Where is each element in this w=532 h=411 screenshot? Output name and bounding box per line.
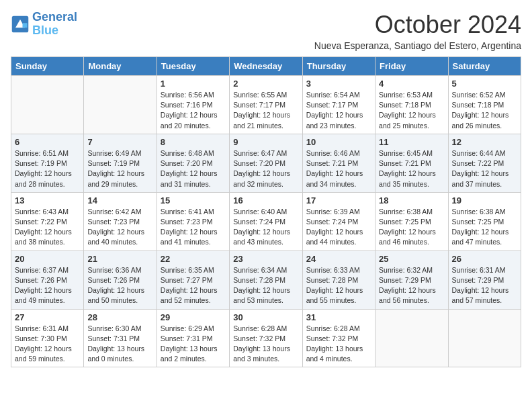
calendar-cell: 22Sunrise: 6:35 AM Sunset: 7:27 PM Dayli… [157, 250, 229, 309]
day-info: Sunrise: 6:56 AM Sunset: 7:16 PM Dayligh… [161, 90, 226, 131]
calendar-cell [448, 309, 521, 367]
day-header-sunday: Sunday [11, 57, 84, 76]
logo-icon [11, 15, 30, 34]
day-header-wednesday: Wednesday [230, 57, 302, 76]
calendar-cell: 26Sunrise: 6:31 AM Sunset: 7:29 PM Dayli… [448, 250, 521, 309]
day-info: Sunrise: 6:44 AM Sunset: 7:22 PM Dayligh… [452, 148, 517, 189]
day-number: 19 [452, 195, 517, 205]
day-number: 24 [306, 254, 371, 264]
svg-rect-2 [23, 23, 28, 28]
day-info: Sunrise: 6:31 AM Sunset: 7:30 PM Dayligh… [15, 324, 80, 365]
calendar-cell: 5Sunrise: 6:52 AM Sunset: 7:18 PM Daylig… [448, 76, 521, 134]
day-info: Sunrise: 6:54 AM Sunset: 7:17 PM Dayligh… [306, 90, 371, 131]
calendar-week-row: 1Sunrise: 6:56 AM Sunset: 7:16 PM Daylig… [11, 76, 521, 134]
day-header-saturday: Saturday [448, 57, 521, 76]
logo-text: General Blue [32, 11, 77, 38]
day-info: Sunrise: 6:41 AM Sunset: 7:23 PM Dayligh… [161, 207, 226, 248]
day-number: 31 [306, 312, 371, 322]
day-number: 10 [306, 137, 371, 147]
day-number: 12 [452, 137, 517, 147]
day-info: Sunrise: 6:28 AM Sunset: 7:32 PM Dayligh… [233, 324, 298, 365]
calendar-cell: 18Sunrise: 6:38 AM Sunset: 7:25 PM Dayli… [375, 192, 448, 250]
page-header: General Blue October 2024 Nueva Esperanz… [11, 11, 521, 51]
calendar-week-row: 13Sunrise: 6:43 AM Sunset: 7:22 PM Dayli… [11, 192, 521, 250]
calendar-week-row: 27Sunrise: 6:31 AM Sunset: 7:30 PM Dayli… [11, 309, 521, 367]
calendar-cell: 8Sunrise: 6:48 AM Sunset: 7:20 PM Daylig… [157, 134, 229, 192]
day-info: Sunrise: 6:40 AM Sunset: 7:24 PM Dayligh… [233, 207, 298, 248]
day-number: 14 [87, 195, 152, 205]
day-info: Sunrise: 6:53 AM Sunset: 7:18 PM Dayligh… [379, 90, 444, 131]
day-header-monday: Monday [84, 57, 157, 76]
day-info: Sunrise: 6:51 AM Sunset: 7:19 PM Dayligh… [15, 148, 80, 189]
day-info: Sunrise: 6:46 AM Sunset: 7:21 PM Dayligh… [306, 148, 371, 189]
day-number: 17 [306, 195, 371, 205]
calendar-cell: 21Sunrise: 6:36 AM Sunset: 7:26 PM Dayli… [84, 250, 157, 309]
day-number: 27 [15, 312, 80, 322]
calendar-week-row: 20Sunrise: 6:37 AM Sunset: 7:26 PM Dayli… [11, 250, 521, 309]
day-header-tuesday: Tuesday [157, 57, 229, 76]
calendar-cell: 25Sunrise: 6:32 AM Sunset: 7:29 PM Dayli… [375, 250, 448, 309]
calendar-cell: 3Sunrise: 6:54 AM Sunset: 7:17 PM Daylig… [302, 76, 375, 134]
day-info: Sunrise: 6:34 AM Sunset: 7:28 PM Dayligh… [233, 265, 298, 306]
day-info: Sunrise: 6:47 AM Sunset: 7:20 PM Dayligh… [233, 148, 298, 189]
calendar-cell: 31Sunrise: 6:28 AM Sunset: 7:32 PM Dayli… [302, 309, 375, 367]
day-number: 21 [87, 254, 152, 264]
location-subtitle: Nueva Esperanza, Santiago del Estero, Ar… [314, 40, 521, 51]
day-info: Sunrise: 6:39 AM Sunset: 7:24 PM Dayligh… [306, 207, 371, 248]
calendar-cell: 7Sunrise: 6:49 AM Sunset: 7:19 PM Daylig… [84, 134, 157, 192]
day-info: Sunrise: 6:52 AM Sunset: 7:18 PM Dayligh… [452, 90, 517, 131]
calendar-cell: 28Sunrise: 6:30 AM Sunset: 7:31 PM Dayli… [84, 309, 157, 367]
day-info: Sunrise: 6:28 AM Sunset: 7:32 PM Dayligh… [306, 324, 371, 365]
calendar-week-row: 6Sunrise: 6:51 AM Sunset: 7:19 PM Daylig… [11, 134, 521, 192]
day-info: Sunrise: 6:30 AM Sunset: 7:31 PM Dayligh… [87, 324, 152, 365]
day-number: 25 [379, 254, 444, 264]
day-info: Sunrise: 6:35 AM Sunset: 7:27 PM Dayligh… [161, 265, 226, 306]
day-number: 3 [306, 79, 371, 89]
calendar-cell: 6Sunrise: 6:51 AM Sunset: 7:19 PM Daylig… [11, 134, 84, 192]
day-number: 20 [15, 254, 80, 264]
day-info: Sunrise: 6:29 AM Sunset: 7:31 PM Dayligh… [161, 324, 226, 365]
calendar-cell: 30Sunrise: 6:28 AM Sunset: 7:32 PM Dayli… [230, 309, 302, 367]
day-number: 15 [161, 195, 226, 205]
day-info: Sunrise: 6:45 AM Sunset: 7:21 PM Dayligh… [379, 148, 444, 189]
calendar-cell: 13Sunrise: 6:43 AM Sunset: 7:22 PM Dayli… [11, 192, 84, 250]
calendar-header-row: SundayMondayTuesdayWednesdayThursdayFrid… [11, 57, 521, 76]
month-title: October 2024 [314, 11, 521, 39]
day-number: 6 [15, 137, 80, 147]
day-number: 4 [379, 79, 444, 89]
calendar-cell [375, 309, 448, 367]
calendar-cell: 1Sunrise: 6:56 AM Sunset: 7:16 PM Daylig… [157, 76, 229, 134]
calendar-cell: 19Sunrise: 6:38 AM Sunset: 7:25 PM Dayli… [448, 192, 521, 250]
day-info: Sunrise: 6:36 AM Sunset: 7:26 PM Dayligh… [87, 265, 152, 306]
day-info: Sunrise: 6:38 AM Sunset: 7:25 PM Dayligh… [452, 207, 517, 248]
calendar-cell: 10Sunrise: 6:46 AM Sunset: 7:21 PM Dayli… [302, 134, 375, 192]
day-info: Sunrise: 6:33 AM Sunset: 7:28 PM Dayligh… [306, 265, 371, 306]
day-number: 23 [233, 254, 298, 264]
calendar-cell: 15Sunrise: 6:41 AM Sunset: 7:23 PM Dayli… [157, 192, 229, 250]
day-number: 13 [15, 195, 80, 205]
calendar-cell [11, 76, 84, 134]
day-info: Sunrise: 6:38 AM Sunset: 7:25 PM Dayligh… [379, 207, 444, 248]
calendar-cell: 16Sunrise: 6:40 AM Sunset: 7:24 PM Dayli… [230, 192, 302, 250]
day-info: Sunrise: 6:42 AM Sunset: 7:23 PM Dayligh… [87, 207, 152, 248]
calendar-table: SundayMondayTuesdayWednesdayThursdayFrid… [11, 56, 521, 367]
calendar-cell: 11Sunrise: 6:45 AM Sunset: 7:21 PM Dayli… [375, 134, 448, 192]
day-number: 11 [379, 137, 444, 147]
calendar-cell: 12Sunrise: 6:44 AM Sunset: 7:22 PM Dayli… [448, 134, 521, 192]
day-info: Sunrise: 6:37 AM Sunset: 7:26 PM Dayligh… [15, 265, 80, 306]
logo: General Blue [11, 11, 77, 38]
day-number: 18 [379, 195, 444, 205]
day-info: Sunrise: 6:55 AM Sunset: 7:17 PM Dayligh… [233, 90, 298, 131]
day-number: 28 [87, 312, 152, 322]
calendar-cell: 4Sunrise: 6:53 AM Sunset: 7:18 PM Daylig… [375, 76, 448, 134]
calendar-cell: 20Sunrise: 6:37 AM Sunset: 7:26 PM Dayli… [11, 250, 84, 309]
day-number: 2 [233, 79, 298, 89]
calendar-cell: 14Sunrise: 6:42 AM Sunset: 7:23 PM Dayli… [84, 192, 157, 250]
day-info: Sunrise: 6:49 AM Sunset: 7:19 PM Dayligh… [87, 148, 152, 189]
day-number: 5 [452, 79, 517, 89]
day-info: Sunrise: 6:31 AM Sunset: 7:29 PM Dayligh… [452, 265, 517, 306]
day-info: Sunrise: 6:43 AM Sunset: 7:22 PM Dayligh… [15, 207, 80, 248]
calendar-cell: 2Sunrise: 6:55 AM Sunset: 7:17 PM Daylig… [230, 76, 302, 134]
calendar-cell: 23Sunrise: 6:34 AM Sunset: 7:28 PM Dayli… [230, 250, 302, 309]
day-number: 16 [233, 195, 298, 205]
